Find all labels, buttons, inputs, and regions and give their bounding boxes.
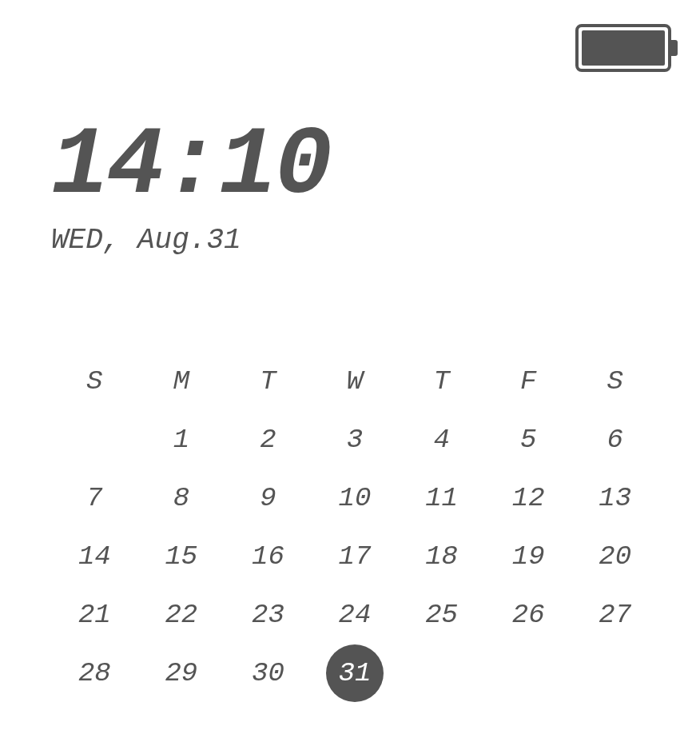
calendar-day[interactable]: 21 [51,600,138,630]
calendar-day[interactable]: 16 [225,541,312,572]
calendar-day-label: 31 [339,658,372,688]
calendar-day-label: 22 [165,600,197,630]
calendar-day-label: 3 [347,425,363,455]
calendar-day[interactable]: 28 [51,658,138,688]
calendar-day-label: 9 [260,483,276,513]
calendar-day[interactable]: 14 [51,541,138,572]
calendar-day-label: 26 [512,600,545,630]
calendar-day[interactable]: 26 [485,600,572,630]
calendar-day-label: 10 [339,483,372,513]
calendar-day-label: 6 [607,425,623,455]
calendar-day-header: S [51,366,138,397]
calendar-day-label: 7 [86,483,102,513]
calendar-day-label: 1 [173,425,189,455]
calendar-day-label: 29 [165,658,197,688]
calendar-week-row: 123456 [51,410,658,469]
calendar-day[interactable]: 1 [138,425,225,455]
calendar-day[interactable]: 9 [225,483,312,513]
calendar-day-header: M [138,366,225,397]
calendar-day-label: 28 [78,658,111,688]
calendar-day-label: 2 [260,425,276,455]
calendar-day[interactable]: 31 [312,658,399,688]
calendar-day[interactable]: 20 [571,541,658,572]
calendar-day-header: W [312,366,399,397]
calendar-day-label: 13 [599,483,631,513]
calendar-day[interactable]: 10 [312,483,399,513]
calendar-day-label: 20 [599,541,631,572]
calendar-day-label: 23 [252,600,284,630]
calendar-day-label: 5 [520,425,536,455]
calendar-day-label: 19 [512,541,545,572]
calendar-day[interactable]: 27 [571,600,658,630]
calendar-day[interactable]: 18 [398,541,485,572]
calendar-header-row: SMTWTFS [51,352,658,410]
calendar-day-label: 27 [599,600,631,630]
calendar-day-label: 14 [78,541,111,572]
calendar-day[interactable]: 24 [312,600,399,630]
calendar-day-label: 8 [173,483,189,513]
clock-time: 14:10 [51,112,331,221]
calendar-day[interactable]: 4 [398,425,485,455]
calendar-day[interactable]: 3 [312,425,399,455]
calendar-day[interactable]: 2 [225,425,312,455]
calendar-day-label: 25 [425,600,458,630]
calendar-day[interactable]: 5 [485,425,572,455]
calendar-day[interactable]: 7 [51,483,138,513]
calendar-day[interactable]: 8 [138,483,225,513]
calendar-day[interactable]: 19 [485,541,572,572]
calendar-day-label: 12 [512,483,545,513]
calendar-day-label: 30 [252,658,284,688]
calendar-week-row: 28293031 [51,644,658,702]
calendar-day-label: 16 [252,541,284,572]
calendar-week-row: 14151617181920 [51,527,658,585]
calendar-day-label: 21 [78,600,111,630]
calendar-week-row: 21222324252627 [51,585,658,644]
calendar-week-row: 78910111213 [51,469,658,527]
calendar-day-label: 18 [425,541,458,572]
calendar-day[interactable]: 6 [571,425,658,455]
calendar-day[interactable]: 25 [398,600,485,630]
calendar-day[interactable]: 11 [398,483,485,513]
calendar-day-label: 24 [339,600,372,630]
calendar-day-header: F [485,366,572,397]
calendar-day[interactable]: 23 [225,600,312,630]
battery-icon [575,24,674,72]
calendar-day[interactable]: 30 [225,658,312,688]
calendar-day[interactable]: 29 [138,658,225,688]
calendar-day[interactable]: 13 [571,483,658,513]
calendar-day[interactable]: 22 [138,600,225,630]
calendar-day-label: 4 [433,425,449,455]
calendar-day[interactable]: 12 [485,483,572,513]
calendar-day-label: 17 [339,541,372,572]
calendar-day-label: 15 [165,541,197,572]
calendar-day-header: S [571,366,658,397]
clock-date: WED, Aug.31 [51,224,241,257]
battery-fill [582,30,665,66]
calendar: SMTWTFS 12345678910111213141516171819202… [51,352,658,702]
calendar-day-header: T [398,366,485,397]
calendar-day[interactable]: 17 [312,541,399,572]
calendar-day-header: T [225,366,312,397]
calendar-day-label: 11 [425,483,458,513]
calendar-day[interactable]: 15 [138,541,225,572]
